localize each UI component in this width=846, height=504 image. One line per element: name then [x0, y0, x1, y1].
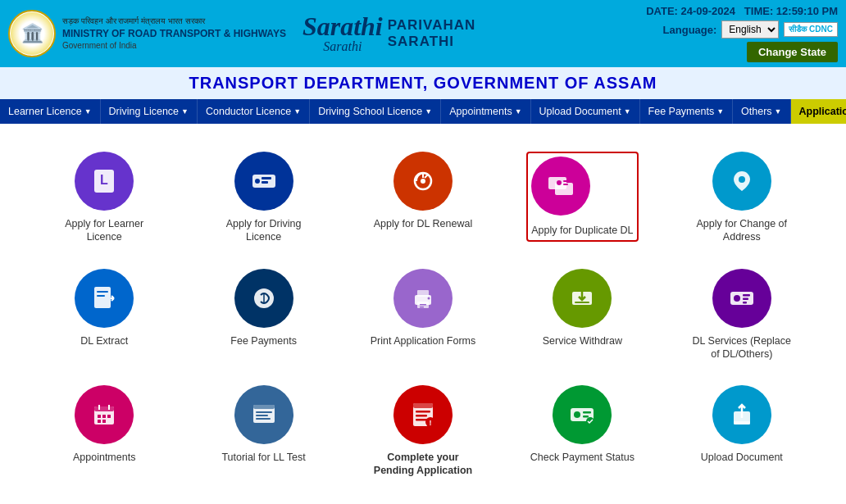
- parivahan-text: PARIVAHAN SARATHI: [388, 17, 476, 50]
- service-apply-learner-licence[interactable]: L Apply for Learner Licence: [25, 143, 184, 252]
- print-application-label: Print Application Forms: [371, 334, 476, 347]
- svg-rect-39: [102, 420, 106, 423]
- upload-document-label: Upload Document: [701, 451, 783, 464]
- nav-driving-licence[interactable]: Driving Licence ▼: [101, 99, 198, 124]
- svg-text:!: !: [429, 419, 431, 427]
- nav-others[interactable]: Others ▼: [733, 99, 790, 124]
- svg-rect-35: [98, 415, 101, 418]
- svg-rect-56: [583, 415, 589, 418]
- appointments-icon: [75, 385, 134, 444]
- service-complete-pending[interactable]: ! Complete your Pending Application: [343, 377, 503, 486]
- sarathi-logo-sub: Sarathi: [302, 39, 383, 54]
- svg-rect-14: [94, 287, 111, 308]
- svg-rect-41: [253, 405, 275, 409]
- svg-rect-48: [416, 411, 430, 413]
- service-apply-change-address[interactable]: Apply for Change of Address: [662, 143, 821, 252]
- complete-pending-label: Complete your Pending Application: [370, 451, 476, 478]
- check-payment-label: Check Payment Status: [530, 451, 634, 464]
- cdac-badge: सीडैक CDNC: [784, 22, 838, 37]
- apply-learner-licence-label: Apply for Learner Licence: [51, 217, 157, 244]
- chevron-down-icon: ▼: [84, 107, 92, 116]
- service-withdraw-label: Service Withdraw: [543, 334, 622, 347]
- svg-rect-38: [98, 420, 101, 423]
- service-service-withdraw[interactable]: Service Withdraw: [503, 261, 662, 370]
- navbar: Learner Licence ▼ Driving Licence ▼ Cond…: [0, 99, 846, 124]
- service-check-payment[interactable]: Check Payment Status: [503, 377, 662, 486]
- service-appointments[interactable]: Appointments: [25, 377, 184, 486]
- complete-pending-icon: !: [393, 385, 453, 444]
- svg-rect-11: [563, 180, 570, 182]
- nav-appointments[interactable]: Appointments ▼: [441, 99, 530, 124]
- govt-logo: 🏛️ सड़क परिवहन और राजमार्ग मंत्रालय भारत…: [8, 10, 286, 57]
- chevron-down-icon: ▼: [716, 107, 724, 116]
- svg-point-23: [427, 297, 430, 299]
- service-upload-document[interactable]: Upload Document: [662, 377, 821, 486]
- svg-point-13: [739, 176, 745, 183]
- nav-driving-school-licence[interactable]: Driving School Licence ▼: [310, 99, 441, 124]
- datetime: DATE: 24-09-2024 TIME: 12:59:10 PM: [646, 5, 838, 17]
- service-apply-dl-renewal[interactable]: Apply for DL Renewal: [343, 143, 503, 252]
- chevron-down-icon: ▼: [775, 107, 782, 116]
- sarathi-logo-text: Sarathi: [302, 13, 383, 39]
- svg-point-7: [421, 179, 425, 184]
- svg-rect-44: [256, 418, 271, 420]
- svg-text:L: L: [100, 173, 108, 187]
- header-right: DATE: 24-09-2024 TIME: 12:59:10 PM Langu…: [646, 5, 838, 62]
- svg-rect-36: [102, 415, 106, 418]
- svg-rect-43: [256, 415, 268, 416]
- svg-rect-19: [417, 290, 429, 297]
- govt-english: MINISTRY OF ROAD TRANSPORT & HIGHWAYS: [62, 27, 286, 41]
- nav-fee-payments[interactable]: Fee Payments ▼: [640, 99, 734, 124]
- nav-application[interactable]: Application: [791, 99, 847, 124]
- tutorial-ll-test-icon: [234, 385, 293, 444]
- duplicate-dl-highlight: Apply for Duplicate DL: [526, 152, 638, 242]
- svg-point-27: [734, 295, 740, 302]
- svg-rect-29: [743, 297, 748, 300]
- sarathi-branding: Sarathi Sarathi PARIVAHAN SARATHI: [302, 13, 475, 54]
- main-content: L Apply for Learner Licence Apply for Dr…: [0, 124, 846, 499]
- svg-rect-47: [413, 403, 433, 408]
- chevron-down-icon: ▼: [624, 107, 631, 116]
- language-select[interactable]: English Hindi: [721, 20, 779, 39]
- svg-rect-49: [416, 415, 427, 417]
- dl-services-label: DL Services (Replace of DL/Others): [689, 334, 795, 361]
- apply-driving-licence-label: Apply for Driving Licence: [211, 217, 317, 244]
- tutorial-ll-test-label: Tutorial for LL Test: [221, 451, 305, 464]
- service-dl-extract[interactable]: DL Extract: [25, 261, 184, 370]
- apply-change-address-icon: [712, 152, 771, 211]
- svg-rect-21: [420, 304, 426, 306]
- svg-rect-32: [94, 406, 114, 411]
- govt-text: सड़क परिवहन और राजमार्ग मंत्रालय भारत सर…: [62, 16, 286, 52]
- dl-extract-icon: [75, 269, 134, 328]
- apply-change-address-label: Apply for Change of Address: [689, 217, 795, 244]
- print-application-icon: [393, 269, 453, 328]
- svg-rect-28: [743, 294, 750, 297]
- nav-upload-document[interactable]: Upload Document ▼: [531, 99, 640, 124]
- service-apply-driving-licence[interactable]: Apply for Driving Licence: [184, 143, 343, 252]
- svg-point-54: [574, 411, 580, 418]
- service-withdraw-icon: [553, 269, 612, 328]
- apply-dl-renewal-label: Apply for DL Renewal: [374, 217, 472, 230]
- service-apply-duplicate-dl[interactable]: Apply for Duplicate DL: [503, 143, 662, 252]
- apply-duplicate-dl-icon: [531, 157, 590, 216]
- svg-rect-12: [563, 184, 568, 185]
- svg-rect-45: [257, 424, 271, 426]
- chevron-down-icon: ▼: [425, 107, 432, 116]
- ashoka-emblem: 🏛️: [8, 10, 56, 57]
- service-fee-payments[interactable]: Fee Payments: [184, 261, 343, 370]
- service-tutorial-ll-test[interactable]: Tutorial for LL Test: [184, 377, 343, 486]
- svg-rect-59: [734, 421, 750, 425]
- apply-learner-licence-icon: L: [75, 152, 134, 211]
- nav-learner-licence[interactable]: Learner Licence ▼: [0, 99, 101, 124]
- change-state-button[interactable]: Change State: [747, 42, 838, 62]
- fee-payments-label: Fee Payments: [230, 334, 297, 347]
- chevron-down-icon: ▼: [515, 107, 522, 116]
- svg-rect-22: [420, 306, 424, 308]
- chevron-down-icon: ▼: [181, 107, 189, 116]
- svg-rect-16: [97, 295, 105, 297]
- govt-hindi: सड़क परिवहन और राजमार्ग मंत्रालय भारत सर…: [62, 16, 286, 27]
- nav-conductor-licence[interactable]: Conductor Licence ▼: [198, 99, 310, 124]
- apply-duplicate-dl-label: Apply for Duplicate DL: [531, 225, 633, 236]
- service-dl-services[interactable]: DL Services (Replace of DL/Others): [662, 261, 821, 370]
- service-print-application[interactable]: Print Application Forms: [343, 261, 503, 370]
